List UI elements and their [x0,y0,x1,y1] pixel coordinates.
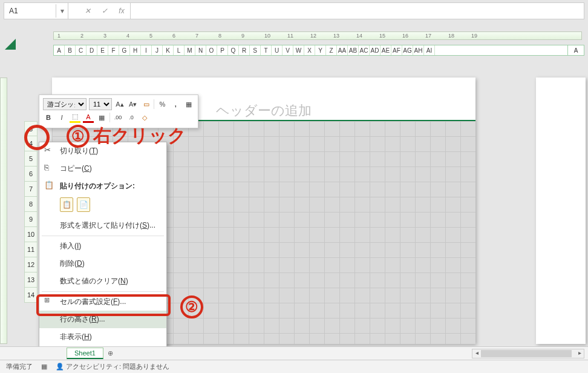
column-header-cell[interactable]: AD [370,45,381,55]
row-header-cell[interactable]: 11 [24,242,38,257]
row-header-cell[interactable]: 8 [24,197,38,212]
column-header-cell[interactable]: AB [348,45,359,55]
increase-font-icon[interactable]: A▴ [114,99,125,110]
column-header-cell[interactable]: AH [413,45,424,55]
fill-color-icon[interactable]: ⬚ [70,112,80,123]
column-header-cell[interactable]: Z [326,45,337,55]
column-header-cell[interactable]: U [272,45,283,55]
horizontal-scrollbar[interactable]: ◂ ▸ [472,349,584,358]
column-header-cell[interactable]: AA [337,45,348,55]
menu-delete[interactable]: 削除(D) [39,255,166,272]
row-header-cell[interactable]: 7 [24,182,38,197]
menu-insert[interactable]: 挿入(I) [39,237,166,255]
column-header-cell[interactable]: S [250,45,261,55]
status-bar: 準備完了 ▦ 👤 アクセシビリティ: 問題ありません [0,360,588,373]
scroll-left-icon[interactable]: ◂ [472,349,481,358]
enter-formula-icon[interactable]: ✓ [96,3,113,19]
column-header-cell[interactable]: Q [228,45,239,55]
column-header-cell[interactable]: H [130,45,141,55]
comma-icon[interactable]: , [170,99,181,110]
decrease-font-icon[interactable]: A▾ [128,99,139,110]
column-header-cell[interactable]: J [152,45,163,55]
row-header-cell[interactable]: 6 [24,167,38,182]
horizontal-ruler: 12345678910111213141516171819 [53,31,582,40]
vertical-ruler [0,78,7,344]
name-box-dropdown[interactable]: ▾ [56,3,68,19]
column-headers[interactable]: ABCDEFGHIJKLMNOPQRSTUVWXYZAAABACADAEAFAG… [53,45,582,56]
column-header-cell[interactable]: K [163,45,174,55]
row-header-cell[interactable]: 5 [24,151,38,167]
menu-paste-options-label: 📋貼り付けのオプション: [39,177,166,195]
increase-decimal-icon[interactable]: .00 [113,112,123,123]
row-header-cell[interactable]: 9 [24,212,38,227]
column-header-cell[interactable]: D [87,45,97,55]
column-header-cell[interactable]: AI [424,45,435,55]
status-ready: 準備完了 [6,362,33,371]
cancel-formula-icon[interactable]: ✕ [79,3,96,19]
copy-icon: ⎘ [44,163,54,173]
select-all-triangle[interactable] [5,39,16,50]
font-color-icon[interactable]: A [83,112,94,123]
column-header-cell[interactable]: P [217,45,228,55]
ruler-area: 12345678910111213141516171819 ABCDEFGHIJ… [0,31,588,56]
scroll-right-icon[interactable]: ▸ [575,349,584,358]
fx-icon[interactable]: fx [113,3,130,19]
column-header-cell[interactable]: I [141,45,152,55]
column-header-cell[interactable]: A [54,45,65,55]
column-header-cell[interactable]: F [108,45,119,55]
column-header-cell[interactable]: T [261,45,272,55]
row-header-cell[interactable]: 14 [24,288,38,303]
column-header-cell[interactable]: AF [391,45,402,55]
column-header-cell[interactable]: W [293,45,304,55]
scroll-thumb[interactable] [481,350,572,357]
sheet-tab-active[interactable]: Sheet1 [67,348,103,359]
format-painter-icon[interactable]: ▭ [141,99,152,110]
column-header-cell[interactable]: O [206,45,217,55]
formula-bar: A1 ▾ ✕ ✓ fx [4,2,584,19]
column-headers-page2[interactable]: A [567,45,584,56]
menu-format-cells[interactable]: ⊞セルの書式設定(F)... [39,293,166,311]
column-header-cell[interactable]: AC [359,45,370,55]
column-header-cell[interactable]: V [283,45,293,55]
column-header-cell[interactable]: X [304,45,315,55]
clear-format-icon[interactable]: ◇ [139,112,150,123]
bold-icon[interactable]: B [43,112,54,123]
row-header-cell[interactable]: 10 [24,227,38,242]
menu-hide[interactable]: 非表示(H) [39,328,166,346]
column-header-cell[interactable]: B [65,45,76,55]
column-header-cell[interactable]: E [97,45,108,55]
row-header-cell[interactable]: 12 [24,257,38,272]
header-placeholder[interactable]: ヘッダーの追加 [216,102,312,120]
column-header-cell[interactable]: N [195,45,206,55]
name-box[interactable]: A1 [4,4,56,18]
status-accessibility: 👤 アクセシビリティ: 問題ありません [56,362,169,371]
column-header-cell[interactable]: G [119,45,130,55]
italic-icon[interactable]: I [56,112,67,123]
macro-record-icon[interactable]: ▦ [41,363,47,371]
column-header-cell[interactable]: R [239,45,250,55]
paste-option-1[interactable]: 📋 [60,197,73,212]
menu-row-height[interactable]: 行の高さ(R)... [39,311,166,328]
column-header-cell[interactable]: AE [381,45,391,55]
column-header-cell[interactable]: Y [315,45,326,55]
menu-copy[interactable]: ⎘コピー(C) [39,160,166,177]
column-header-cell[interactable]: AG [402,45,413,55]
annotation-number-1: ① [67,125,90,148]
row-header-cell[interactable]: 13 [24,272,38,288]
column-header-cell[interactable]: A [568,45,584,55]
conditional-format-icon[interactable]: ▦ [183,99,194,110]
column-header-cell[interactable]: M [185,45,195,55]
paste-option-2[interactable]: 📄 [77,197,90,212]
decrease-decimal-icon[interactable]: .0 [126,112,137,123]
font-family-select[interactable]: 游ゴシック [43,98,87,110]
percent-icon[interactable]: % [157,99,168,110]
font-size-select[interactable]: 11 [89,98,112,110]
menu-clear[interactable]: 数式と値のクリア(N) [39,272,166,290]
new-sheet-button[interactable]: ⊕ [103,349,118,357]
menu-paste-special[interactable]: 形式を選択して貼り付け(S)... [39,217,166,234]
worksheet-page-2 [536,78,586,344]
context-menu: ✂切り取り(T) ⎘コピー(C) 📋貼り付けのオプション: 📋 📄 形式を選択し… [39,142,167,364]
borders-icon[interactable]: ▦ [96,112,107,123]
column-header-cell[interactable]: C [76,45,87,55]
column-header-cell[interactable]: L [174,45,185,55]
